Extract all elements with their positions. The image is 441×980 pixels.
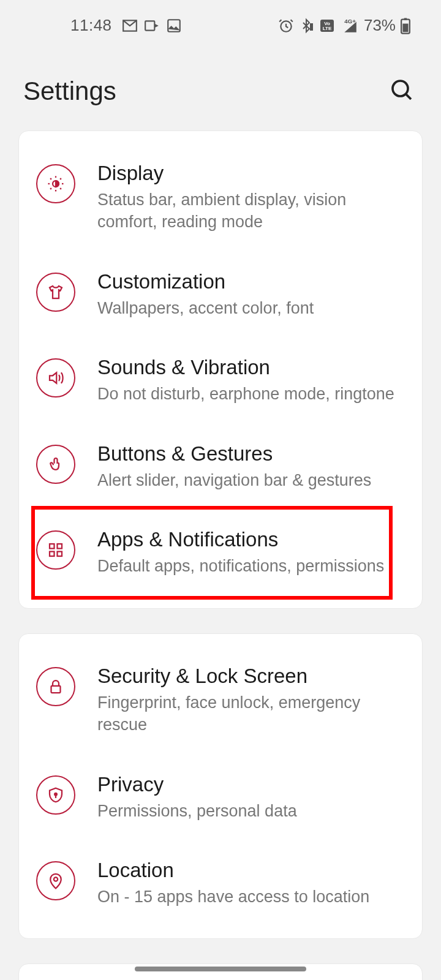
item-title: Security & Lock Screen [97,665,405,688]
item-title: Display [97,162,405,185]
settings-item-location[interactable]: Location On - 15 apps have access to loc… [19,840,422,926]
svg-rect-11 [404,18,407,20]
signal-icon: 4G+ [341,18,359,34]
svg-rect-10 [402,23,408,32]
svg-rect-27 [51,685,61,692]
settings-item-battery[interactable]: Battery 73% - Should last until about 10… [19,976,422,980]
settings-item-customization[interactable]: Customization Wallpapers, accent color, … [19,252,422,337]
outlook-icon [144,18,160,34]
item-subtitle: On - 15 apps have access to location [97,886,405,908]
svg-rect-25 [50,552,55,557]
settings-item-sounds[interactable]: Sounds & Vibration Do not disturb, earph… [19,337,422,423]
item-title: Sounds & Vibration [97,356,405,379]
settings-item-apps[interactable]: Apps & Notifications Default apps, notif… [19,510,422,595]
settings-group-2: Security & Lock Screen Fingerprint, face… [18,633,423,940]
location-icon [36,861,75,900]
status-time: 11:48 [70,16,112,35]
item-subtitle: Do not disturb, earphone mode, ringtone [97,383,405,405]
svg-rect-23 [50,544,55,549]
item-subtitle: Alert slider, navigation bar & gestures [97,469,405,491]
svg-rect-4 [310,23,313,31]
svg-line-20 [60,188,61,189]
item-subtitle: Status bar, ambient display, vision comf… [97,189,405,233]
touch-icon [36,445,75,484]
svg-rect-24 [58,544,62,549]
settings-item-buttons[interactable]: Buttons & Gestures Alert slider, navigat… [19,424,422,510]
svg-rect-26 [58,552,62,557]
bluetooth-battery-icon [299,18,314,34]
volte-icon: VoLTE [318,18,336,33]
search-icon [390,78,414,105]
alarm-icon [278,18,294,34]
item-subtitle: Permissions, personal data [97,800,405,822]
svg-point-30 [54,877,58,881]
svg-line-13 [406,94,411,99]
shield-icon [36,775,75,815]
item-title: Buttons & Gestures [97,442,405,466]
speaker-icon [36,358,75,398]
svg-text:LTE: LTE [323,26,332,31]
gmail-icon [122,18,138,34]
page-header: Settings [0,46,441,130]
item-subtitle: Default apps, notifications, permissions [97,555,405,577]
settings-item-security[interactable]: Security & Lock Screen Fingerprint, face… [19,646,422,755]
apps-icon [36,530,75,570]
settings-group-1: Display Status bar, ambient display, vis… [18,130,423,609]
search-button[interactable] [387,77,417,106]
svg-rect-1 [145,21,154,30]
svg-point-28 [55,793,57,795]
svg-line-21 [50,188,51,189]
svg-text:4G+: 4G+ [344,18,356,24]
svg-line-22 [60,178,61,179]
item-subtitle: Fingerprint, face unlock, emergency resc… [97,692,405,736]
display-icon [36,164,75,203]
svg-line-19 [50,178,51,179]
svg-point-12 [393,81,408,96]
image-icon [166,18,182,34]
settings-item-privacy[interactable]: Privacy Permissions, personal data [19,755,422,840]
item-subtitle: Wallpapers, accent color, font [97,297,405,319]
item-title: Customization [97,270,405,293]
item-title: Location [97,859,405,882]
nav-handle[interactable] [135,967,306,971]
status-bar: 11:48 VoLTE 4G+ 73% [0,0,441,46]
settings-item-display[interactable]: Display Status bar, ambient display, vis… [19,143,422,252]
page-title: Settings [23,77,116,106]
lock-icon [36,667,75,706]
battery-percentage: 73% [364,16,396,35]
battery-icon [401,17,410,34]
shirt-icon [36,273,75,312]
item-title: Apps & Notifications [97,528,405,551]
item-title: Privacy [97,773,405,796]
